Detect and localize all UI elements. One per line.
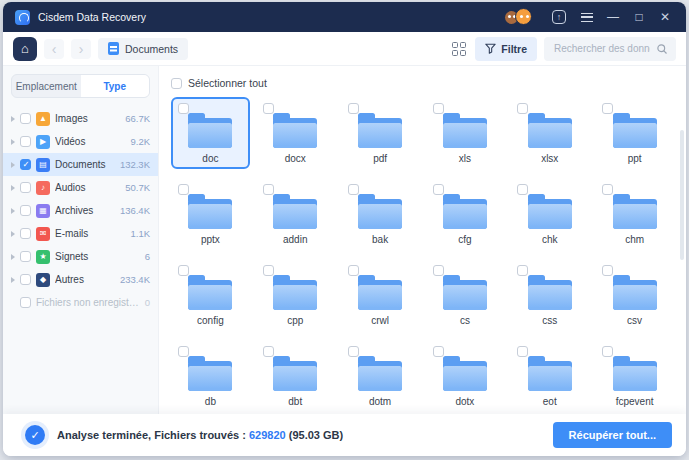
folder-checkbox[interactable] xyxy=(178,103,189,114)
folder-icon xyxy=(358,118,402,148)
folder-checkbox[interactable] xyxy=(263,265,274,276)
sidebar-category-row[interactable]: ✉ E-mails 1.1K xyxy=(3,222,158,245)
folder-checkbox[interactable] xyxy=(517,103,528,114)
folder-cell[interactable]: cfg xyxy=(426,178,505,250)
owl-mascot-icon[interactable] xyxy=(505,8,532,26)
folder-checkbox[interactable] xyxy=(178,346,189,357)
category-checkbox[interactable] xyxy=(20,159,31,170)
expand-caret-icon[interactable] xyxy=(11,277,15,283)
expand-caret-icon[interactable] xyxy=(11,185,15,191)
expand-caret-icon[interactable] xyxy=(11,254,15,260)
sidebar-category-row[interactable]: ▲ Images 66.7K xyxy=(3,107,158,130)
sidebar-category-row[interactable]: ★ Signets 6 xyxy=(3,245,158,268)
statusbar: ✓ Analyse terminée, Fichiers trouvés : 6… xyxy=(3,414,686,456)
folder-checkbox[interactable] xyxy=(602,346,613,357)
folder-cell[interactable]: config xyxy=(171,259,250,331)
folder-cell[interactable]: csv xyxy=(595,259,674,331)
folder-cell[interactable]: fcpevent xyxy=(595,340,674,412)
folder-checkbox[interactable] xyxy=(348,184,359,195)
folder-checkbox[interactable] xyxy=(602,103,613,114)
folder-checkbox[interactable] xyxy=(348,103,359,114)
folder-label: doc xyxy=(173,153,248,164)
folder-cell[interactable]: doc xyxy=(171,97,250,169)
category-checkbox[interactable] xyxy=(20,182,31,193)
folder-checkbox[interactable] xyxy=(263,346,274,357)
folder-cell[interactable]: xls xyxy=(426,97,505,169)
folder-cell[interactable]: cpp xyxy=(256,259,335,331)
folder-checkbox[interactable] xyxy=(602,184,613,195)
category-checkbox[interactable] xyxy=(20,205,31,216)
sidebar-category-row[interactable]: Fichiers non enregistrés 0 xyxy=(3,291,158,314)
folder-cell[interactable]: pdf xyxy=(341,97,420,169)
sidebar-category-row[interactable]: ♪ Audios 50.7K xyxy=(3,176,158,199)
category-checkbox[interactable] xyxy=(20,136,31,147)
folder-cell[interactable]: dotm xyxy=(341,340,420,412)
scrollbar[interactable] xyxy=(680,130,684,260)
folder-label: dotx xyxy=(428,396,503,407)
folder-cell[interactable]: db xyxy=(171,340,250,412)
gift-icon[interactable]: ↑ xyxy=(552,10,566,24)
folder-checkbox[interactable] xyxy=(348,346,359,357)
folder-cell[interactable]: crwl xyxy=(341,259,420,331)
back-button[interactable]: ‹ xyxy=(44,39,64,59)
folder-cell[interactable]: eot xyxy=(510,340,589,412)
folder-cell[interactable]: dotx xyxy=(426,340,505,412)
recover-all-button[interactable]: Récupérer tout... xyxy=(553,422,672,448)
expand-caret-icon[interactable] xyxy=(11,116,15,122)
folder-cell[interactable]: docx xyxy=(256,97,335,169)
expand-caret-icon[interactable] xyxy=(11,139,15,145)
menu-icon[interactable] xyxy=(578,8,596,26)
expand-caret-icon[interactable] xyxy=(11,162,15,168)
filter-label: Filtre xyxy=(501,43,527,55)
folder-cell[interactable]: xlsx xyxy=(510,97,589,169)
folder-cell[interactable]: cs xyxy=(426,259,505,331)
folder-cell[interactable]: css xyxy=(510,259,589,331)
breadcrumb[interactable]: Documents xyxy=(98,38,188,60)
sidebar-category-row[interactable]: ▶ Vidéos 9.2K xyxy=(3,130,158,153)
category-checkbox[interactable] xyxy=(20,251,31,262)
folder-checkbox[interactable] xyxy=(517,184,528,195)
folder-cell[interactable]: bak xyxy=(341,178,420,250)
folder-cell[interactable]: chk xyxy=(510,178,589,250)
folder-cell[interactable]: ppt xyxy=(595,97,674,169)
category-checkbox[interactable] xyxy=(20,274,31,285)
folder-checkbox[interactable] xyxy=(517,265,528,276)
folder-checkbox[interactable] xyxy=(178,184,189,195)
category-label: E-mails xyxy=(55,228,125,239)
close-button[interactable]: ✕ xyxy=(656,8,674,26)
search-input[interactable] xyxy=(552,42,652,55)
minimize-button[interactable]: — xyxy=(604,8,622,26)
category-checkbox[interactable] xyxy=(20,297,31,308)
folder-checkbox[interactable] xyxy=(433,346,444,357)
category-checkbox[interactable] xyxy=(20,113,31,124)
category-checkbox[interactable] xyxy=(20,228,31,239)
folder-checkbox[interactable] xyxy=(433,184,444,195)
folder-checkbox[interactable] xyxy=(433,265,444,276)
folder-icon xyxy=(273,118,317,148)
grid-view-icon[interactable] xyxy=(452,42,466,56)
folder-checkbox[interactable] xyxy=(263,184,274,195)
sidebar-category-row[interactable]: ◆ Autres 233.4K xyxy=(3,268,158,291)
folder-checkbox[interactable] xyxy=(433,103,444,114)
folder-checkbox[interactable] xyxy=(348,265,359,276)
sidebar-category-row[interactable]: ▤ Documents 132.3K xyxy=(3,153,158,176)
select-all-checkbox[interactable] xyxy=(171,78,182,89)
filter-button[interactable]: Filtre xyxy=(475,37,537,61)
folder-cell[interactable]: chm xyxy=(595,178,674,250)
folder-checkbox[interactable] xyxy=(517,346,528,357)
maximize-button[interactable]: □ xyxy=(630,8,648,26)
folder-checkbox[interactable] xyxy=(263,103,274,114)
sidebar-tab[interactable]: Type xyxy=(81,75,150,97)
folder-cell[interactable]: pptx xyxy=(171,178,250,250)
folder-checkbox[interactable] xyxy=(178,265,189,276)
home-button[interactable]: ⌂ xyxy=(13,37,37,61)
sidebar-category-row[interactable]: ▦ Archives 136.4K xyxy=(3,199,158,222)
forward-button[interactable]: › xyxy=(71,39,91,59)
expand-caret-icon[interactable] xyxy=(11,208,15,214)
search-box[interactable] xyxy=(544,37,676,61)
expand-caret-icon[interactable] xyxy=(11,231,15,237)
folder-checkbox[interactable] xyxy=(602,265,613,276)
folder-cell[interactable]: dbt xyxy=(256,340,335,412)
sidebar-tab[interactable]: Emplacement xyxy=(12,75,81,97)
folder-cell[interactable]: addin xyxy=(256,178,335,250)
